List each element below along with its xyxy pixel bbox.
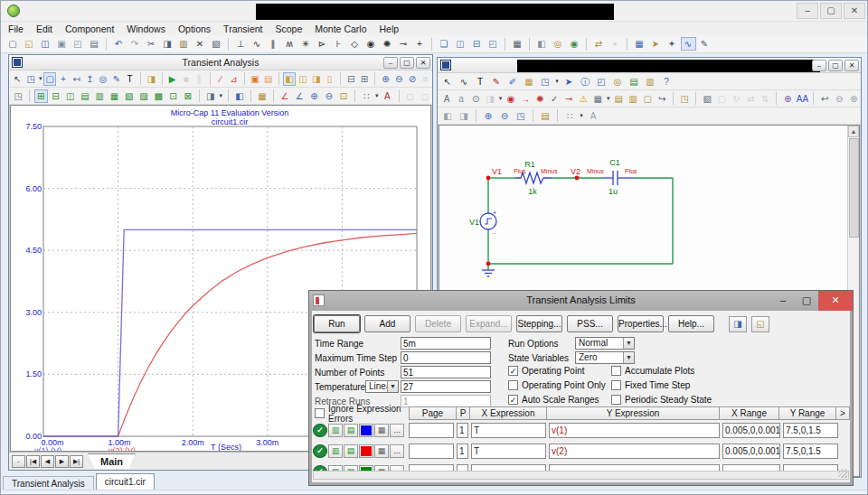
resistor-icon[interactable]: ʍ [282, 37, 297, 51]
link-jump-icon[interactable]: ↪ [656, 92, 669, 106]
x-expression-cell[interactable]: T [471, 423, 546, 438]
page-menu-button[interactable]: - [12, 455, 25, 468]
grid-both-icon[interactable]: ⊞ [34, 89, 48, 103]
panel-bottom-icon[interactable]: ▤ [262, 72, 275, 86]
cursor-left-icon[interactable]: ◧ [283, 72, 296, 86]
p-cell[interactable]: 1 [457, 423, 468, 438]
schematic-window-titlebar[interactable]: – ▢ ✕ [438, 58, 861, 73]
pin-connections-icon[interactable]: ⊸ [562, 92, 576, 106]
show-power-icon[interactable]: ✺ [533, 92, 547, 106]
menu-help[interactable]: Help [379, 23, 399, 34]
close-button[interactable]: ✕ [844, 3, 865, 19]
node-voltages-icon[interactable]: ◉ [505, 92, 518, 106]
title-block-icon[interactable]: ▥ [627, 92, 640, 106]
cursor-right-icon[interactable]: ◨ [310, 72, 323, 86]
performance-plot-icon[interactable]: ⊠ [181, 89, 194, 103]
expression-more-button[interactable]: ... [390, 444, 404, 458]
number-format-icon[interactable]: ◨ [729, 316, 747, 332]
calendar-icon[interactable]: ▦ [255, 89, 269, 103]
column-header-more[interactable]: > [835, 406, 850, 420]
wire-mode-icon[interactable]: ∿ [457, 75, 472, 89]
curve-color-swatch[interactable] [359, 424, 373, 437]
dropdown-caret-icon[interactable]: ▾ [218, 92, 224, 99]
scale-window-icon[interactable]: ⊡ [336, 89, 350, 103]
y-range-cell[interactable]: 7.5,0,1.5 [783, 444, 838, 459]
resize-grip[interactable] [838, 469, 847, 478]
zoom-search-icon[interactable]: ⊕ [781, 92, 795, 106]
state-variables-select[interactable]: Zero ▼ [575, 351, 635, 364]
x-expression-cell[interactable]: T [471, 444, 546, 459]
page-tab-main[interactable]: Main [88, 453, 136, 469]
auto-scale-ranges-checkbox[interactable]: ✓ Auto Scale Ranges [508, 395, 599, 405]
plot-3d-icon[interactable]: ⊡ [166, 89, 180, 103]
horizontal-tag-icon[interactable]: ↤ [71, 72, 83, 86]
grid-select-icon[interactable]: ∷ [562, 109, 578, 123]
sheet-border-icon[interactable]: ▤ [612, 92, 626, 106]
print-icon[interactable]: ▤ [87, 37, 102, 51]
delete-icon[interactable]: ✕ [193, 37, 208, 51]
menu-file[interactable]: File [8, 23, 24, 34]
dialog-maximize-button[interactable]: ▢ [795, 291, 818, 311]
column-header-x-range[interactable]: X Range [719, 406, 779, 420]
x-range-cell[interactable]: 0.005,0,0.001 [722, 444, 780, 459]
chevron-down-icon[interactable]: ▼ [623, 338, 634, 349]
show-currents-icon[interactable]: → [519, 92, 533, 106]
save-settings-icon[interactable]: ◱ [751, 316, 769, 332]
show-conditions-icon[interactable]: ✓ [548, 92, 561, 106]
select-arrow-icon[interactable]: ↖ [12, 72, 24, 86]
cursor-both-icon[interactable]: ◫ [297, 72, 309, 86]
fft-window-icon[interactable]: ▧ [122, 89, 136, 103]
capacitor-value-label[interactable]: 1u [609, 187, 618, 196]
plot-enabled-icon[interactable]: ✓ [313, 424, 327, 437]
connector-icon[interactable]: ✳ [298, 37, 314, 51]
linear-scale-icon[interactable]: ▦ [108, 89, 121, 103]
open-file-icon[interactable]: ◱ [22, 37, 37, 51]
slope-box-icon[interactable]: ⊿ [228, 72, 241, 86]
capacitor-name-label[interactable]: C1 [609, 158, 620, 167]
maximize-button[interactable]: ▢ [820, 3, 842, 19]
properties-icon[interactable]: ◳ [678, 92, 692, 106]
web-help-icon[interactable]: ◉ [567, 37, 582, 51]
resistor-name-label[interactable]: R1 [524, 160, 535, 169]
tile-vertical-icon[interactable]: ◫ [453, 37, 468, 51]
slope-a-icon[interactable]: ∠ [278, 89, 291, 103]
animate-icon[interactable]: ⇄ [591, 37, 607, 51]
ignore-expression-errors-checkbox[interactable]: Ignore Expression Errors [313, 406, 409, 420]
cascade-windows-icon[interactable]: ❏ [437, 37, 452, 51]
dropdown-caret-icon[interactable]: ▾ [497, 95, 504, 102]
node-numbers-icon[interactable]: ⊙ [469, 92, 483, 106]
graphics-pencil-icon[interactable]: ✎ [489, 75, 505, 89]
x-axis-grid-icon[interactable]: ▥ [328, 444, 343, 458]
periodic-steady-state-checkbox[interactable]: Periodic Steady State [611, 395, 712, 405]
schematic-close-button[interactable]: ✕ [844, 60, 859, 71]
zoom-area-icon[interactable]: ◳ [514, 109, 529, 123]
plot-close-button[interactable]: ✕ [416, 57, 430, 69]
zoom-out-icon[interactable]: ⊖ [392, 72, 405, 86]
y-axis-grid-icon[interactable]: ▤ [344, 444, 358, 458]
time-range-input[interactable] [401, 337, 491, 350]
pencil-tag-icon[interactable]: ✎ [110, 72, 123, 86]
cut-icon[interactable]: ✂ [144, 37, 159, 51]
data-points-icon[interactable]: ◨ [145, 72, 157, 86]
schematic-maximize-button[interactable]: ▢ [828, 60, 843, 71]
ground-icon[interactable]: ⊥ [233, 37, 249, 51]
run-options-select[interactable]: Normal ▼ [575, 337, 635, 350]
temperature-input[interactable] [401, 380, 491, 393]
curve-color-swatch[interactable] [359, 444, 373, 458]
dependent-source-icon[interactable]: ◇ [347, 37, 363, 51]
menu-windows[interactable]: Windows [127, 23, 165, 34]
chevron-down-icon[interactable]: ▼ [387, 381, 398, 392]
column-header-p[interactable]: P [456, 406, 470, 420]
zoom-in-icon[interactable]: ⊕ [379, 72, 392, 86]
arrange-windows-icon[interactable]: ◰ [486, 37, 501, 51]
node-warning-icon[interactable]: ⚠ [577, 92, 590, 106]
chevron-down-icon[interactable]: ▼ [623, 352, 634, 363]
forward-view-icon[interactable]: ◨ [457, 109, 472, 123]
region-select-icon[interactable]: ▧ [209, 37, 224, 51]
goto-flag-icon[interactable]: ➤ [648, 37, 664, 51]
list-view-icon[interactable]: ▥ [643, 75, 658, 89]
operating-point-only-checkbox[interactable]: Operating Point Only [508, 380, 606, 390]
select-region-icon[interactable]: ▧ [701, 92, 714, 106]
point-tag-icon[interactable]: ◎ [97, 72, 109, 86]
save-icon[interactable]: ◫ [38, 37, 53, 51]
